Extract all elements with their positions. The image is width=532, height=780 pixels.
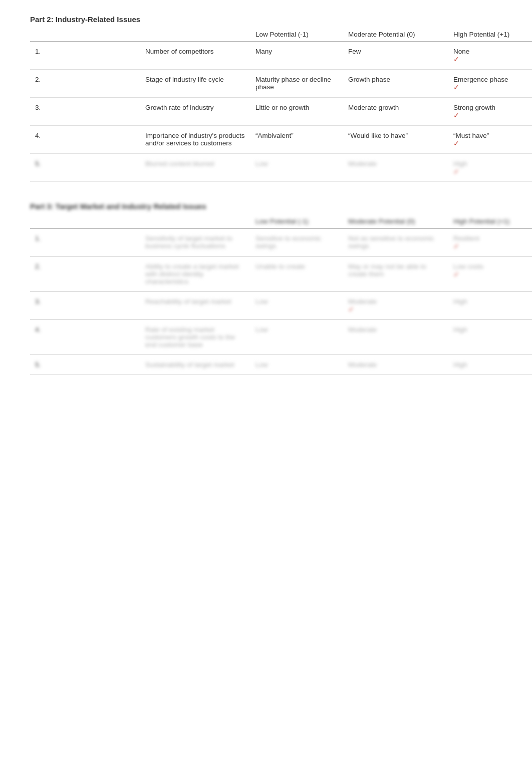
row-low: “Ambivalent”	[250, 126, 343, 154]
row-number: 2.	[30, 70, 140, 98]
row-moderate: Growth phase	[343, 70, 448, 98]
table-row: 1.Sensitivity of target market to busine…	[30, 229, 532, 257]
row-low: Many	[250, 42, 343, 70]
row-number: 1.	[30, 42, 140, 70]
row-label: Blurred content blurred	[140, 154, 250, 182]
row-label: Importance of industry's products and/or…	[140, 126, 250, 154]
table-row: 2.Ability to create a target market with…	[30, 257, 532, 292]
part3-header-row: Low Potential (-1) Moderate Potential (0…	[30, 215, 532, 229]
row-low: Little or no growth	[250, 98, 343, 126]
row-high: Strong growth✓	[448, 98, 532, 126]
row-low: Low	[250, 355, 343, 375]
part3-col-high: High Potential (+1)	[448, 215, 532, 229]
row-moderate: “Would like to have”	[343, 126, 448, 154]
row-high: “Must have”✓	[448, 126, 532, 154]
part2-col-num	[30, 28, 140, 42]
row-moderate: May or may not be able to create them	[343, 257, 448, 292]
part2-col-low: Low Potential (-1)	[250, 28, 343, 42]
part2-col-mod: Moderate Potential (0)	[343, 28, 448, 42]
row-high: High	[448, 292, 532, 320]
row-moderate: Not as sensitive to economic swings	[343, 229, 448, 257]
row-label: Sensitivity of target market to business…	[140, 229, 250, 257]
part3-table: Low Potential (-1) Moderate Potential (0…	[30, 215, 532, 375]
row-high: None✓	[448, 42, 532, 70]
row-moderate: Moderate	[343, 355, 448, 375]
table-row: 5.Blurred content blurredLowModerateHigh…	[30, 154, 532, 182]
row-low: Low	[250, 154, 343, 182]
table-row: 3.Growth rate of industryLittle or no gr…	[30, 98, 532, 126]
row-low: Unable to create	[250, 257, 343, 292]
row-moderate: Moderate	[343, 320, 448, 355]
row-number: 3.	[30, 292, 140, 320]
row-low: Sensitive to economic swings	[250, 229, 343, 257]
table-row: 5.Sustainability of target marketLowMode…	[30, 355, 532, 375]
row-high: Resilient✓	[448, 229, 532, 257]
row-label: Sustainability of target market	[140, 355, 250, 375]
table-row: 3.Reachability of target marketLowModera…	[30, 292, 532, 320]
row-label: Ability to create a target market with d…	[140, 257, 250, 292]
row-label: Reachability of target market	[140, 292, 250, 320]
part3-col-low: Low Potential (-1)	[250, 215, 343, 229]
row-label: Stage of industry life cycle	[140, 70, 250, 98]
part2-title: Part 2: Industry-Related Issues	[30, 15, 502, 24]
row-moderate: Moderate growth	[343, 98, 448, 126]
part3-col-num	[30, 215, 140, 229]
row-label: Growth rate of industry	[140, 98, 250, 126]
part2-col-label	[140, 28, 250, 42]
part3-col-label	[140, 215, 250, 229]
part3-col-mod: Moderate Potential (0)	[343, 215, 448, 229]
row-high: Low costs✓	[448, 257, 532, 292]
row-number: 4.	[30, 126, 140, 154]
row-moderate: Moderate✓	[343, 292, 448, 320]
part3-title: Part 3: Target Market and Industry Relat…	[30, 202, 502, 211]
row-high: Emergence phase✓	[448, 70, 532, 98]
table-row: 2.Stage of industry life cycleMaturity p…	[30, 70, 532, 98]
row-high: High	[448, 355, 532, 375]
row-number: 5.	[30, 154, 140, 182]
row-number: 4.	[30, 320, 140, 355]
part2-section: Part 2: Industry-Related Issues Low Pote…	[30, 15, 502, 182]
row-high: High	[448, 320, 532, 355]
table-row: 4.Importance of industry's products and/…	[30, 126, 532, 154]
part2-col-high: High Potential (+1)	[448, 28, 532, 42]
table-row: 1.Number of competitorsManyFewNone✓	[30, 42, 532, 70]
row-number: 3.	[30, 98, 140, 126]
part3-section: Part 3: Target Market and Industry Relat…	[30, 202, 502, 375]
row-low: Low	[250, 292, 343, 320]
row-low: Maturity phase or decline phase	[250, 70, 343, 98]
row-label: Number of competitors	[140, 42, 250, 70]
part2-header-row: Low Potential (-1) Moderate Potential (0…	[30, 28, 532, 42]
row-low: Low	[250, 320, 343, 355]
row-moderate: Few	[343, 42, 448, 70]
row-number: 2.	[30, 257, 140, 292]
row-high: High✓	[448, 154, 532, 182]
row-number: 1.	[30, 229, 140, 257]
row-label: Rate of existing market customers growth…	[140, 320, 250, 355]
table-row: 4.Rate of existing market customers grow…	[30, 320, 532, 355]
part2-table: Low Potential (-1) Moderate Potential (0…	[30, 28, 532, 182]
row-moderate: Moderate	[343, 154, 448, 182]
row-number: 5.	[30, 355, 140, 375]
